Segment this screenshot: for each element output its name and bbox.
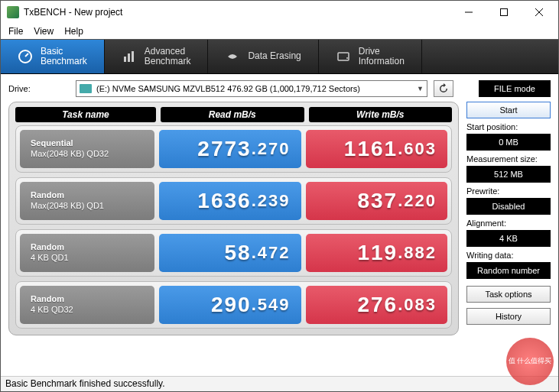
menu-file[interactable]: File bbox=[8, 26, 23, 37]
drive-row: Drive: (E:) NVMe SAMSUNG MZVLB512 476.92… bbox=[1, 74, 558, 100]
close-button[interactable] bbox=[522, 1, 557, 24]
prewrite-value[interactable]: Disabled bbox=[466, 198, 551, 215]
reload-icon bbox=[438, 83, 449, 94]
alignment-label: Alignment: bbox=[466, 219, 551, 228]
drive-small-icon bbox=[80, 84, 92, 93]
drive-icon bbox=[336, 49, 351, 64]
measurement-size-label: Measurement size: bbox=[466, 154, 551, 164]
window-title: TxBENCH - New project bbox=[24, 7, 122, 18]
gauge-icon bbox=[18, 49, 33, 64]
result-row: RandomMax(2048 KB) QD1 1636.239 837.220 bbox=[15, 177, 452, 225]
sidebar: Start Start position: 0 MB Measurement s… bbox=[466, 102, 551, 335]
writing-data-label: Writing data: bbox=[466, 251, 551, 260]
tab-sublabel: Benchmark bbox=[41, 57, 87, 66]
read-value: 58.472 bbox=[159, 234, 301, 272]
read-value: 290.549 bbox=[159, 286, 301, 324]
header-read: Read mB/s bbox=[161, 107, 304, 122]
reload-button[interactable] bbox=[434, 80, 453, 97]
tab-label: Data Erasing bbox=[248, 51, 301, 61]
start-position-value[interactable]: 0 MB bbox=[466, 134, 551, 151]
alignment-value[interactable]: 4 KB bbox=[466, 230, 551, 247]
write-value: 276.083 bbox=[306, 286, 448, 324]
result-row: Random4 KB QD32 290.549 276.083 bbox=[15, 281, 452, 329]
measurement-size-value[interactable]: 512 MB bbox=[466, 166, 551, 183]
chart-icon bbox=[122, 49, 137, 64]
write-value: 119.882 bbox=[306, 234, 448, 272]
prewrite-label: Prewrite: bbox=[466, 186, 551, 196]
result-row: SequentialMax(2048 KB) QD32 2773.270 116… bbox=[15, 125, 452, 173]
titlebar: TxBENCH - New project bbox=[1, 1, 558, 24]
svg-rect-8 bbox=[132, 51, 134, 62]
chevron-down-icon: ▼ bbox=[417, 85, 424, 92]
svg-rect-9 bbox=[338, 53, 349, 60]
minimize-button[interactable] bbox=[451, 1, 486, 24]
history-button[interactable]: History bbox=[466, 308, 551, 325]
start-position-label: Start position: bbox=[466, 122, 551, 131]
writing-data-value[interactable]: Random number bbox=[466, 262, 551, 279]
header-task: Task name bbox=[15, 107, 156, 122]
tab-drive-information[interactable]: DriveInformation bbox=[319, 40, 422, 73]
svg-rect-1 bbox=[501, 9, 508, 16]
status-bar: Basic Benchmark finished successfully. bbox=[1, 376, 558, 391]
task-name-cell: RandomMax(2048 KB) QD1 bbox=[20, 182, 154, 220]
app-icon bbox=[7, 6, 19, 18]
svg-rect-6 bbox=[124, 57, 126, 62]
maximize-button[interactable] bbox=[486, 1, 522, 24]
tab-basic-benchmark[interactable]: BasicBenchmark bbox=[1, 40, 105, 73]
menu-help[interactable]: Help bbox=[64, 26, 83, 37]
task-name-cell: Random4 KB QD32 bbox=[20, 286, 154, 324]
drive-select[interactable]: (E:) NVMe SAMSUNG MZVLB512 476.92 GB (1,… bbox=[76, 80, 427, 97]
svg-point-10 bbox=[346, 57, 348, 59]
svg-line-5 bbox=[25, 53, 28, 57]
task-name-cell: Random4 KB QD1 bbox=[20, 234, 154, 272]
write-value: 1161.603 bbox=[306, 130, 448, 168]
results-panel: Task name Read mB/s Write mB/s Sequentia… bbox=[8, 102, 459, 335]
tab-sublabel: Information bbox=[359, 57, 405, 66]
file-mode-button[interactable]: FILE mode bbox=[479, 80, 551, 97]
header-write: Write mB/s bbox=[309, 107, 453, 122]
read-value: 1636.239 bbox=[159, 182, 301, 220]
tabbar: BasicBenchmark AdvancedBenchmark Data Er… bbox=[1, 39, 558, 74]
read-value: 2773.270 bbox=[159, 130, 301, 168]
start-button[interactable]: Start bbox=[466, 102, 551, 118]
menu-view[interactable]: View bbox=[34, 26, 54, 37]
drive-selected-text: (E:) NVMe SAMSUNG MZVLB512 476.92 GB (1,… bbox=[96, 84, 417, 93]
write-value: 837.220 bbox=[306, 182, 448, 220]
menubar: File View Help bbox=[1, 24, 558, 39]
task-options-button[interactable]: Task options bbox=[466, 286, 551, 303]
task-name-cell: SequentialMax(2048 KB) QD32 bbox=[20, 130, 154, 168]
svg-rect-7 bbox=[128, 53, 130, 62]
drive-label: Drive: bbox=[8, 84, 70, 93]
tab-sublabel: Benchmark bbox=[145, 57, 191, 66]
watermark-badge: 值 什么值得买 bbox=[506, 338, 554, 385]
tab-data-erasing[interactable]: Data Erasing bbox=[208, 40, 318, 73]
tab-advanced-benchmark[interactable]: AdvancedBenchmark bbox=[105, 40, 209, 73]
erase-icon bbox=[225, 49, 240, 64]
result-row: Random4 KB QD1 58.472 119.882 bbox=[15, 229, 452, 277]
